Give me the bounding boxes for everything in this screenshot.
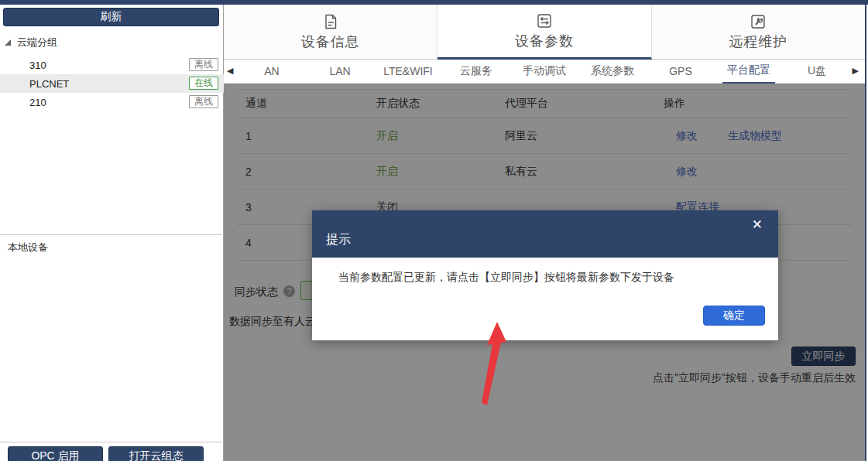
subtab-usb[interactable]: U盘 bbox=[783, 60, 851, 83]
chevron-left-icon[interactable]: ◀ bbox=[227, 66, 233, 76]
status-badge: 离线 bbox=[189, 95, 218, 108]
subtab-platform-config[interactable]: 平台配置 bbox=[715, 60, 783, 84]
cloud-group-label: 云端分组 bbox=[17, 36, 57, 50]
subtab-wan[interactable]: AN bbox=[238, 61, 306, 82]
window-right-border bbox=[865, 0, 866, 461]
status-badge: 在线 bbox=[189, 77, 218, 90]
device-sidebar: 刷新 云端分组 310 离线 PLCNET 在线 210 离线 本地设备 OPC… bbox=[0, 5, 224, 461]
dialog-title: 提示 bbox=[326, 232, 351, 248]
refresh-button[interactable]: 刷新 bbox=[3, 8, 219, 26]
sidebar-divider bbox=[0, 442, 224, 442]
document-icon bbox=[322, 13, 339, 30]
open-cloud-config-button[interactable]: 打开云组态 bbox=[108, 446, 204, 461]
subtab-system-params[interactable]: 系统参数 bbox=[578, 60, 647, 83]
subtab-cloud-service[interactable]: 云服务 bbox=[442, 60, 510, 83]
subtab-lan[interactable]: LAN bbox=[306, 61, 374, 82]
wrench-icon bbox=[750, 13, 767, 30]
subtab-manual-debug[interactable]: 手动调试 bbox=[510, 60, 578, 83]
sidebar-divider bbox=[0, 234, 224, 235]
chevron-right-icon[interactable]: ▶ bbox=[853, 66, 859, 76]
tab-device-params[interactable]: 设备参数 bbox=[437, 5, 651, 60]
tree-expand-triangle-icon bbox=[5, 39, 11, 46]
confirm-button[interactable]: 确定 bbox=[703, 306, 765, 326]
main-tabbar: 设备信息 设备参数 bbox=[224, 5, 865, 60]
dialog-message: 当前参数配置已更新，请点击【立即同步】按钮将最新参数下发于设备 bbox=[338, 271, 674, 285]
status-badge: 离线 bbox=[189, 58, 218, 71]
tab-label: 设备参数 bbox=[515, 32, 574, 50]
params-subtabbar: ◀ AN LAN LTE&WIFI 云服务 手动调试 系统参数 GPS 平台配置… bbox=[224, 60, 865, 84]
local-devices-label: 本地设备 bbox=[8, 241, 48, 254]
dialog-header: 提示 ✕ bbox=[312, 210, 778, 258]
app-window: 刷新 云端分组 310 离线 PLCNET 在线 210 离线 本地设备 OPC… bbox=[0, 0, 868, 461]
tab-label: 远程维护 bbox=[729, 32, 787, 51]
tab-label: 设备信息 bbox=[301, 32, 360, 51]
device-name: PLCNET bbox=[29, 78, 69, 90]
device-name: 310 bbox=[29, 60, 46, 71]
device-item-210[interactable]: 210 离线 bbox=[0, 93, 224, 111]
close-icon[interactable]: ✕ bbox=[752, 218, 763, 231]
opc-enable-button[interactable]: OPC 启用 bbox=[8, 446, 103, 461]
sliders-icon bbox=[536, 12, 553, 29]
tab-remote-maintenance[interactable]: 远程维护 bbox=[652, 5, 865, 60]
subtab-lte-wifi[interactable]: LTE&WIFI bbox=[374, 61, 442, 82]
device-item-plcnet[interactable]: PLCNET 在线 bbox=[0, 74, 224, 93]
device-name: 210 bbox=[29, 97, 46, 108]
tab-device-info[interactable]: 设备信息 bbox=[224, 5, 437, 60]
prompt-dialog: 提示 ✕ 当前参数配置已更新，请点击【立即同步】按钮将最新参数下发于设备 确定 bbox=[312, 210, 778, 340]
dialog-body: 当前参数配置已更新，请点击【立即同步】按钮将最新参数下发于设备 确定 bbox=[312, 258, 778, 340]
device-item-310[interactable]: 310 离线 bbox=[0, 56, 224, 74]
tree-node-cloud-group[interactable]: 云端分组 bbox=[0, 34, 224, 51]
subtab-gps[interactable]: GPS bbox=[647, 61, 715, 82]
